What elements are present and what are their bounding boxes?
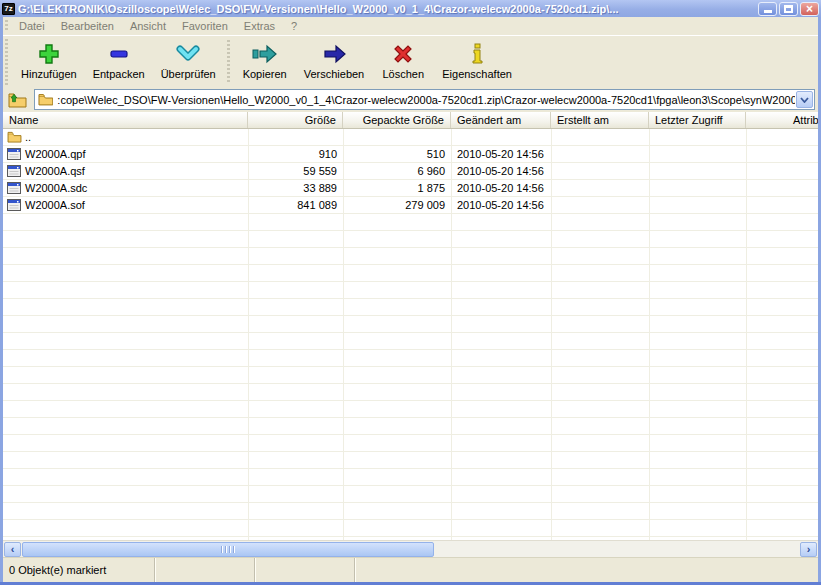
table-row[interactable]: W2000A.sof 841 089 279 009 2010-05-20 14… bbox=[3, 197, 818, 214]
folder-up-icon bbox=[8, 91, 28, 109]
test-check-icon bbox=[176, 42, 200, 66]
column-header-name[interactable]: Name bbox=[3, 112, 248, 128]
column-header-packed-size[interactable]: Gepackte Größe bbox=[343, 112, 451, 128]
folder-icon bbox=[7, 131, 22, 143]
file-icon bbox=[7, 165, 21, 177]
horizontal-scrollbar[interactable]: ‹ › bbox=[3, 540, 818, 557]
column-header-attributes[interactable]: Attribute bbox=[746, 112, 818, 128]
chevron-down-icon bbox=[800, 97, 809, 103]
move-button[interactable]: Verschieben bbox=[296, 36, 373, 88]
title-bar[interactable]: 7z G:\ELEKTRONIK\Oszilloscope\Welec_DSO\… bbox=[0, 0, 821, 17]
menu-datei[interactable]: Datei bbox=[11, 18, 53, 34]
add-button[interactable]: Hinzufügen bbox=[13, 36, 85, 88]
scrollbar-grip-icon bbox=[221, 546, 236, 553]
file-size: 910 bbox=[248, 146, 343, 163]
file-list-panel: Name Größe Gepackte Größe Geändert am Er… bbox=[3, 112, 818, 557]
client-area: Datei Bearbeiten Ansicht Favoriten Extra… bbox=[3, 17, 818, 582]
table-row[interactable]: W2000A.sdc 33 889 1 875 2010-05-20 14:56 bbox=[3, 180, 818, 197]
parent-folder-button[interactable] bbox=[6, 89, 30, 110]
status-panel bbox=[255, 558, 355, 582]
column-header-accessed[interactable]: Letzter Zugriff bbox=[649, 112, 746, 128]
column-header-row: Name Größe Gepackte Größe Geändert am Er… bbox=[3, 112, 818, 129]
properties-info-icon bbox=[465, 42, 489, 66]
toolbar-gripper[interactable] bbox=[5, 39, 8, 85]
status-selection: 0 Objekt(e) markiert bbox=[3, 558, 155, 582]
maximize-icon bbox=[784, 5, 793, 13]
file-name: .. bbox=[25, 129, 31, 145]
menu-favoriten[interactable]: Favoriten bbox=[174, 18, 236, 34]
menu-ansicht[interactable]: Ansicht bbox=[122, 18, 174, 34]
menu-hilfe[interactable]: ? bbox=[283, 18, 305, 34]
file-icon bbox=[7, 199, 21, 211]
seven-zip-window: 7z G:\ELEKTRONIK\Oszilloscope\Welec_DSO\… bbox=[0, 0, 821, 585]
menu-bearbeiten[interactable]: Bearbeiten bbox=[53, 18, 122, 34]
move-arrow-icon bbox=[321, 42, 347, 66]
file-icon bbox=[7, 148, 21, 160]
archive-toolbar-group: Hinzufügen Entpacken Überprüfen bbox=[13, 36, 224, 88]
file-modified: 2010-05-20 14:56 bbox=[451, 163, 551, 180]
table-row[interactable]: W2000A.qsf 59 559 6 960 2010-05-20 14:56 bbox=[3, 163, 818, 180]
folder-icon bbox=[38, 93, 54, 106]
column-header-size[interactable]: Größe bbox=[248, 112, 343, 128]
column-header-created[interactable]: Erstellt am bbox=[551, 112, 649, 128]
status-bar: 0 Objekt(e) markiert bbox=[3, 557, 818, 582]
toolbar: Hinzufügen Entpacken Überprüfen bbox=[3, 35, 818, 88]
table-row[interactable]: W2000A.qpf 910 510 2010-05-20 14:56 bbox=[3, 146, 818, 163]
file-toolbar-group: Kopieren Verschieben Löschen bbox=[234, 36, 520, 88]
file-name: W2000A.sof bbox=[25, 197, 85, 213]
delete-x-icon bbox=[391, 42, 415, 66]
address-dropdown-button[interactable] bbox=[796, 91, 813, 108]
file-size: 33 889 bbox=[248, 180, 343, 197]
address-path[interactable]: :cope\Welec_DSO\FW-Versionen\Hello_W2000… bbox=[57, 94, 795, 106]
maximize-button[interactable] bbox=[779, 2, 798, 16]
menu-bar: Datei Bearbeiten Ansicht Favoriten Extra… bbox=[3, 17, 818, 35]
file-size: 841 089 bbox=[248, 197, 343, 214]
scrollbar-thumb[interactable] bbox=[22, 542, 434, 557]
minimize-icon bbox=[764, 10, 772, 13]
column-header-modified[interactable]: Geändert am bbox=[451, 112, 551, 128]
file-packed-size: 6 960 bbox=[343, 163, 451, 180]
delete-button[interactable]: Löschen bbox=[372, 36, 434, 88]
file-packed-size: 1 875 bbox=[343, 180, 451, 197]
scroll-right-button[interactable]: › bbox=[800, 542, 817, 557]
file-name: W2000A.qpf bbox=[25, 146, 86, 162]
window-border bbox=[0, 17, 3, 585]
status-panel bbox=[155, 558, 255, 582]
close-icon: × bbox=[806, 3, 813, 15]
file-modified: 2010-05-20 14:56 bbox=[451, 180, 551, 197]
extract-button[interactable]: Entpacken bbox=[85, 36, 153, 88]
test-button[interactable]: Überprüfen bbox=[153, 36, 224, 88]
file-packed-size: 510 bbox=[343, 146, 451, 163]
file-list[interactable]: .. W2000A.qpf 91 bbox=[3, 129, 818, 540]
file-size: 59 559 bbox=[248, 163, 343, 180]
minimize-button[interactable] bbox=[758, 2, 777, 16]
properties-button[interactable]: Eigenschaften bbox=[434, 36, 520, 88]
file-packed-size: 279 009 bbox=[343, 197, 451, 214]
file-icon bbox=[7, 182, 21, 194]
toolbar-gripper[interactable] bbox=[5, 20, 8, 32]
file-name: W2000A.qsf bbox=[25, 163, 85, 179]
file-modified: 2010-05-20 14:56 bbox=[451, 197, 551, 214]
close-button[interactable]: × bbox=[800, 2, 819, 16]
add-plus-icon bbox=[37, 42, 61, 66]
window-title: G:\ELEKTRONIK\Oszilloscope\Welec_DSO\FW-… bbox=[18, 3, 754, 15]
address-combobox[interactable]: :cope\Welec_DSO\FW-Versionen\Hello_W2000… bbox=[34, 89, 815, 110]
extract-minus-icon bbox=[107, 42, 131, 66]
file-name: W2000A.sdc bbox=[25, 180, 87, 196]
scroll-left-button[interactable]: ‹ bbox=[4, 542, 21, 557]
address-row: :cope\Welec_DSO\FW-Versionen\Hello_W2000… bbox=[3, 88, 818, 112]
toolbar-separator bbox=[224, 36, 234, 88]
status-panel bbox=[355, 558, 818, 582]
copy-button[interactable]: Kopieren bbox=[234, 36, 296, 88]
table-row-parent-dir[interactable]: .. bbox=[3, 129, 818, 146]
copy-arrow-icon bbox=[252, 42, 278, 66]
menu-extras[interactable]: Extras bbox=[236, 18, 283, 34]
file-modified: 2010-05-20 14:56 bbox=[451, 146, 551, 163]
app-icon: 7z bbox=[2, 3, 15, 15]
